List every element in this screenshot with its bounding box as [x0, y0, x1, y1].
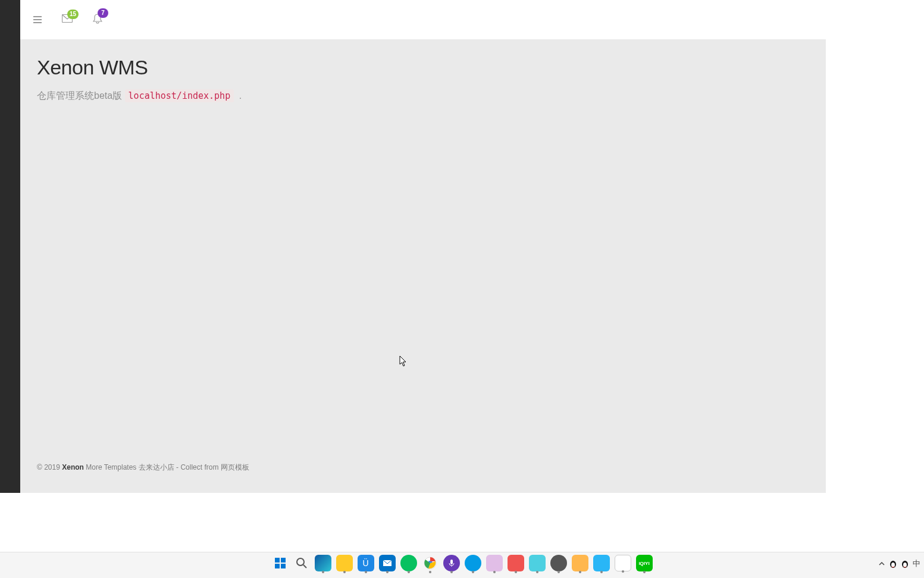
tray-overflow-icon[interactable] [878, 560, 885, 567]
taskbar-app-generic-1[interactable]: Ü [358, 555, 374, 571]
notifications-button[interactable]: 7 [93, 13, 102, 26]
qq-tray-icon-2[interactable] [901, 560, 909, 568]
sidebar-collapsed[interactable] [0, 0, 20, 493]
taskbar: Ü iQIYI 中 [0, 552, 924, 578]
footer-copyright-prefix: © 2019 [37, 463, 62, 471]
taskbar-app-chrome[interactable] [422, 555, 438, 571]
taskbar-center: Ü iQIYI [272, 555, 653, 571]
taskbar-app-mail[interactable] [379, 555, 396, 571]
footer-link-template[interactable]: 网页模板 [221, 463, 249, 471]
taskbar-app-explorer[interactable] [336, 555, 353, 571]
topbar: 15 7 [20, 0, 826, 39]
svg-line-6 [303, 565, 306, 568]
taskbar-app-generic-6[interactable] [550, 555, 567, 571]
subtitle-prefix: 仓库管理系统beta版 [37, 90, 125, 101]
start-button[interactable] [272, 555, 289, 571]
svg-rect-3 [275, 564, 280, 568]
page-title: Xenon WMS [37, 56, 809, 79]
svg-rect-10 [450, 560, 453, 564]
taskbar-app-notepad[interactable] [593, 555, 610, 571]
footer-link-store[interactable]: 去来达小店 [139, 463, 174, 471]
taskbar-tray: 中 [878, 558, 920, 569]
taskbar-app-iqiyi[interactable]: iQIYI [636, 555, 653, 571]
qq-tray-icon-1[interactable] [889, 560, 897, 568]
svg-rect-1 [275, 558, 280, 563]
search-button[interactable] [293, 555, 310, 571]
footer-text1: More Templates [84, 463, 139, 471]
notifications-badge: 7 [98, 8, 108, 18]
taskbar-app-generic-3[interactable] [486, 555, 503, 571]
svg-rect-2 [281, 558, 286, 563]
right-margin [826, 0, 924, 493]
taskbar-app-generic-5[interactable] [529, 555, 546, 571]
taskbar-app-mic[interactable] [443, 555, 460, 571]
taskbar-app-generic-8[interactable] [615, 555, 631, 571]
mail-badge: 15 [67, 10, 79, 19]
main-content: Xenon WMS 仓库管理系统beta版 localhost/index.ph… [20, 39, 826, 454]
taskbar-app-generic-7[interactable] [572, 555, 588, 571]
svg-rect-4 [281, 564, 286, 568]
svg-point-14 [903, 563, 907, 567]
page-subtitle: 仓库管理系统beta版 localhost/index.php . [37, 90, 809, 102]
mail-button[interactable]: 15 [62, 14, 73, 25]
taskbar-app-edge[interactable] [315, 555, 331, 571]
footer: © 2019 Xenon More Templates 去来达小店 - Coll… [20, 454, 826, 479]
menu-toggle-icon[interactable] [33, 16, 42, 23]
taskbar-app-generic-2[interactable] [465, 555, 481, 571]
taskbar-app-generic-4[interactable] [508, 555, 524, 571]
svg-point-5 [297, 558, 304, 565]
cursor-icon [399, 355, 408, 367]
subtitle-code: localhost/index.php [125, 89, 234, 102]
footer-brand: Xenon [62, 463, 84, 471]
subtitle-suffix: . [236, 90, 242, 101]
taskbar-app-wechat[interactable] [400, 555, 417, 571]
footer-text2: - Collect from [174, 463, 221, 471]
svg-point-12 [891, 563, 895, 567]
ime-indicator[interactable]: 中 [913, 558, 920, 569]
